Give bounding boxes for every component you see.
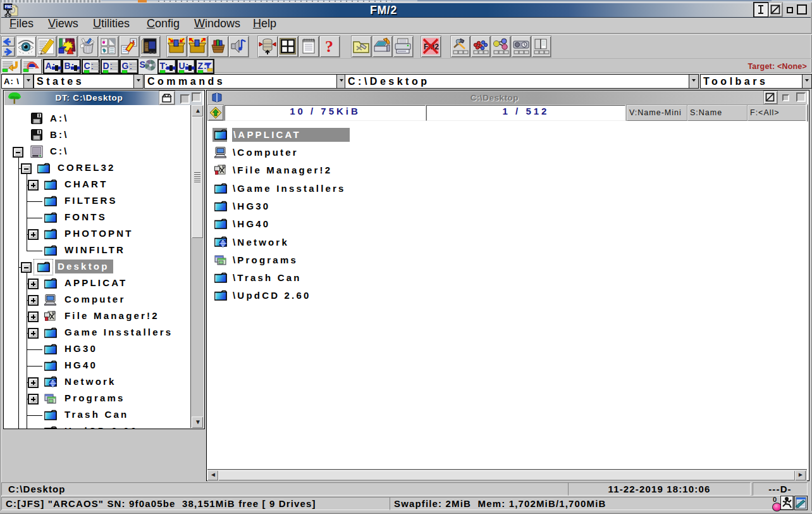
svg-text:?: ? <box>325 37 333 55</box>
svg-text:?: ? <box>71 41 75 46</box>
svg-text:FM2: FM2 <box>5 4 13 9</box>
svg-text:Z:: Z: <box>198 61 207 71</box>
